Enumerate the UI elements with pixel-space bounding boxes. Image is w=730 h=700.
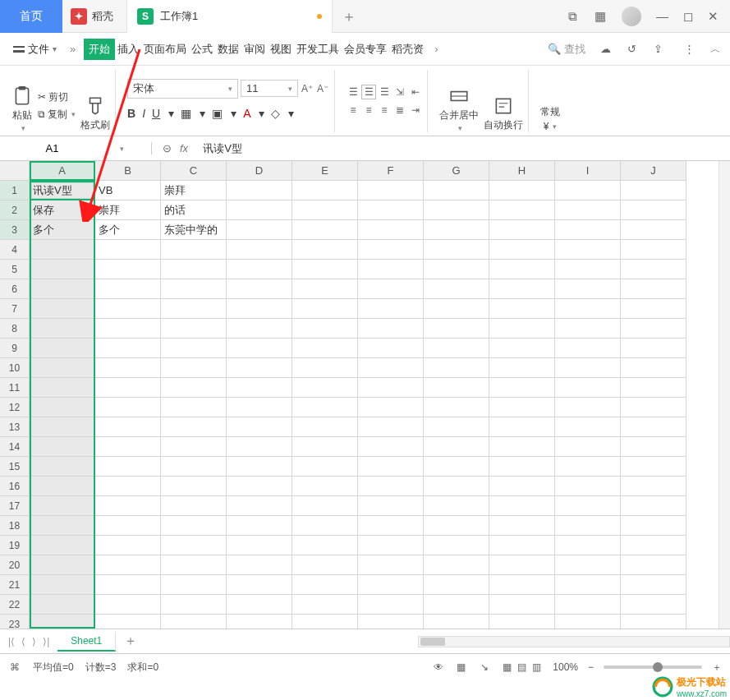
cell[interactable] xyxy=(621,398,686,417)
cell[interactable] xyxy=(227,220,292,240)
cell[interactable] xyxy=(358,220,424,240)
cell[interactable] xyxy=(30,417,95,437)
wrap-text-button[interactable]: 自动换行 xyxy=(484,95,523,132)
cell[interactable] xyxy=(424,299,489,319)
format-painter-button[interactable]: 格式刷 xyxy=(80,95,110,132)
sheet-nav-first[interactable]: |⟨ xyxy=(8,636,15,647)
apps-icon[interactable]: ▦ xyxy=(594,10,607,23)
cell[interactable] xyxy=(30,319,95,338)
cell[interactable] xyxy=(292,516,358,536)
tab-workbook[interactable]: S 工作簿1 xyxy=(127,0,333,33)
cell[interactable] xyxy=(555,437,621,457)
cell[interactable] xyxy=(227,536,292,555)
number-format-select[interactable]: 常规 ¥▾ xyxy=(540,105,560,132)
cell[interactable] xyxy=(292,477,358,496)
cell[interactable] xyxy=(358,595,424,615)
cell[interactable] xyxy=(161,378,227,398)
cell[interactable] xyxy=(95,457,161,477)
decrease-font-icon[interactable]: A⁻ xyxy=(316,82,329,95)
cell[interactable] xyxy=(555,378,621,398)
ribbon-tab-3[interactable]: 公式 xyxy=(189,39,215,60)
cell[interactable] xyxy=(621,181,686,200)
cell[interactable] xyxy=(424,220,489,240)
cell[interactable] xyxy=(621,477,686,496)
cell[interactable] xyxy=(227,398,292,417)
cell[interactable] xyxy=(227,477,292,496)
orientation-icon[interactable]: ⇲ xyxy=(393,85,406,99)
cell[interactable] xyxy=(227,595,292,615)
cell[interactable] xyxy=(555,516,621,536)
cell[interactable] xyxy=(555,555,621,575)
cell[interactable] xyxy=(555,457,621,477)
cell[interactable] xyxy=(95,378,161,398)
cell[interactable] xyxy=(161,260,227,279)
cell[interactable] xyxy=(424,516,489,536)
cell[interactable] xyxy=(424,457,489,477)
cell[interactable] xyxy=(555,575,621,595)
cell[interactable] xyxy=(30,437,95,457)
align-left-icon[interactable]: ≡ xyxy=(347,104,360,117)
paste-button[interactable]: 粘贴▾ xyxy=(11,85,33,132)
cell[interactable] xyxy=(292,279,358,299)
font-name-select[interactable]: 宋体▾ xyxy=(127,79,238,99)
cell[interactable] xyxy=(424,417,489,437)
cell[interactable] xyxy=(555,358,621,378)
row-header[interactable]: 10 xyxy=(0,358,30,378)
cell[interactable] xyxy=(227,417,292,437)
fx-icon[interactable]: fx xyxy=(180,142,188,154)
cell[interactable] xyxy=(424,615,489,629)
grid-setting-icon[interactable]: ▦ xyxy=(455,661,468,674)
row-header[interactable]: 13 xyxy=(0,417,30,437)
cell[interactable] xyxy=(292,536,358,555)
italic-button[interactable]: I xyxy=(142,107,145,120)
cell[interactable] xyxy=(424,595,489,615)
underline-button[interactable]: U xyxy=(152,107,160,120)
cell[interactable] xyxy=(489,260,555,279)
column-header[interactable]: H xyxy=(489,161,555,181)
cell[interactable] xyxy=(358,260,424,279)
row-header[interactable]: 1 xyxy=(0,181,30,200)
overflow-right[interactable]: › xyxy=(429,43,443,55)
cell[interactable] xyxy=(555,496,621,516)
cell[interactable] xyxy=(358,536,424,555)
vertical-scrollbar[interactable] xyxy=(719,161,730,629)
cell[interactable] xyxy=(292,496,358,516)
row-header[interactable]: 5 xyxy=(0,260,30,279)
cell[interactable] xyxy=(161,338,227,358)
cell[interactable] xyxy=(30,299,95,319)
cell[interactable] xyxy=(489,575,555,595)
cell[interactable] xyxy=(621,220,686,240)
cell[interactable] xyxy=(424,477,489,496)
fill-color-button[interactable]: ▣ xyxy=(212,107,223,120)
cell[interactable] xyxy=(358,279,424,299)
cell[interactable] xyxy=(227,358,292,378)
column-header[interactable]: C xyxy=(161,161,227,181)
row-header[interactable]: 22 xyxy=(0,595,30,615)
cell[interactable] xyxy=(161,496,227,516)
ribbon-tab-5[interactable]: 审阅 xyxy=(241,39,268,60)
cell[interactable]: 多个 xyxy=(30,220,95,240)
cell[interactable] xyxy=(292,555,358,575)
cell[interactable] xyxy=(621,240,686,260)
cell[interactable] xyxy=(555,398,621,417)
formula-input[interactable]: 讯读V型 xyxy=(196,141,730,156)
cell[interactable]: 讯读V型 xyxy=(30,181,95,200)
cell[interactable] xyxy=(489,338,555,358)
cell[interactable] xyxy=(292,457,358,477)
row-header[interactable]: 19 xyxy=(0,536,30,555)
cell[interactable] xyxy=(424,575,489,595)
cell[interactable] xyxy=(227,516,292,536)
cell[interactable] xyxy=(424,398,489,417)
cell[interactable] xyxy=(30,555,95,575)
cell[interactable] xyxy=(161,575,227,595)
cell[interactable] xyxy=(489,477,555,496)
cell[interactable] xyxy=(95,260,161,279)
align-bottom-icon[interactable]: ☰ xyxy=(378,85,391,99)
row-header[interactable]: 11 xyxy=(0,378,30,398)
indent-dec-icon[interactable]: ⇤ xyxy=(409,85,422,99)
cell[interactable] xyxy=(30,240,95,260)
cell[interactable] xyxy=(30,595,95,615)
cell[interactable] xyxy=(161,240,227,260)
border-button[interactable]: ▦ xyxy=(181,107,191,120)
ribbon-tab-2[interactable]: 页面布局 xyxy=(141,39,189,60)
